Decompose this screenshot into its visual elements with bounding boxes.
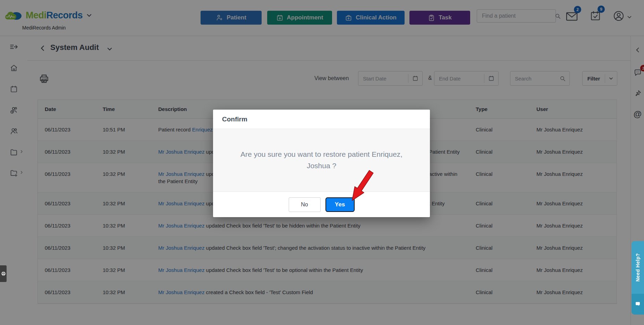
confirm-dialog-title: Confirm bbox=[222, 116, 247, 123]
no-button[interactable]: No bbox=[289, 197, 321, 212]
need-help-label-section: Need Help? bbox=[632, 241, 644, 294]
confirm-dialog: Confirm Are you sure you want to restore… bbox=[213, 110, 430, 217]
print-helper-tab[interactable] bbox=[0, 265, 7, 282]
chat-bubble-icon bbox=[635, 301, 641, 307]
need-help-chat-section bbox=[632, 294, 644, 315]
confirm-dialog-header: Confirm bbox=[213, 110, 430, 129]
yes-button[interactable]: Yes bbox=[325, 197, 355, 212]
medirecords-app: MediRecords MediRecords Admin Patient Ap… bbox=[0, 0, 644, 325]
confirm-dialog-message: Are you sure you want to restore patient… bbox=[213, 129, 430, 191]
confirm-dialog-footer: No Yes bbox=[213, 191, 430, 217]
need-help-label: Need Help? bbox=[635, 253, 641, 282]
need-help-tab[interactable]: Need Help? bbox=[632, 241, 644, 315]
printer-icon bbox=[1, 271, 6, 276]
